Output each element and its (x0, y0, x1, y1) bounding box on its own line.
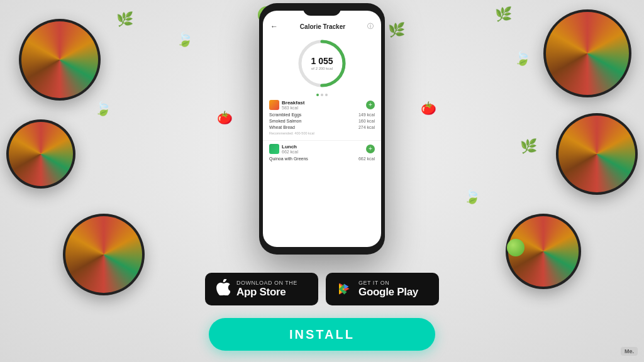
googleplay-button[interactable]: GET IT ON Google Play (326, 273, 439, 305)
tomato-1: 🍅 (217, 110, 233, 125)
food-bowl-mid-right (556, 113, 638, 195)
leaf-4: 🍃 (514, 50, 531, 67)
googleplay-text: GET IT ON Google Play (358, 280, 418, 299)
breakfast-name: Breakfast (282, 100, 304, 106)
back-arrow-icon: ← (270, 22, 278, 31)
appstore-text: Download on the App Store (236, 280, 297, 299)
phone-screen: ← Calorie Tracker ⓘ 1 055 of 2 200 kcal (263, 11, 381, 247)
calorie-ring: 1 055 of 2 200 kcal (297, 38, 347, 89)
dot-navigation (263, 94, 381, 96)
dot-3 (325, 94, 328, 96)
food-name-quinoa: Quinoa with Greens (269, 156, 308, 161)
appstore-button[interactable]: Download on the App Store (205, 273, 318, 305)
phone-frame: ← Calorie Tracker ⓘ 1 055 of 2 200 kcal (259, 3, 385, 255)
leaf-3: 🌿 (495, 6, 512, 23)
googleplay-main-label: Google Play (358, 286, 418, 299)
food-quinoa: Quinoa with Greens 662 kcal (269, 155, 375, 162)
leaf-8: 🌿 (388, 22, 405, 38)
breakfast-add-button[interactable]: + (366, 101, 375, 109)
appstore-top-label: Download on the (236, 280, 297, 286)
dot-2 (321, 94, 323, 96)
appstore-main-label: App Store (236, 286, 297, 299)
food-smoked-salmon: Smoked Salmon 160 kcal (269, 118, 375, 124)
watermark: Me. (621, 347, 638, 356)
food-kcal-smoked-salmon: 160 kcal (358, 119, 375, 123)
lunch-title-group: Lunch 662 kcal (269, 144, 298, 154)
lunch-icon (269, 144, 279, 154)
food-wheat-bread: Wheat Bread 274 kcal (269, 124, 375, 130)
leaf-7: 🍃 (464, 189, 480, 205)
food-name-smoked-salmon: Smoked Salmon (269, 119, 301, 123)
lunch-header: Lunch 662 kcal + (269, 144, 375, 154)
leaf-6: 🌿 (520, 138, 537, 155)
app-title: Calorie Tracker (300, 23, 345, 30)
breakfast-section: Breakfast 583 kcal + Scrambled Eggs 149 … (263, 99, 381, 138)
google-play-icon (337, 282, 352, 297)
phone-mockup: ← Calorie Tracker ⓘ 1 055 of 2 200 kcal (259, 3, 385, 255)
lunch-title-text: Lunch 662 kcal (282, 144, 298, 154)
food-name-scrambled-eggs: Scrambled Eggs (269, 112, 301, 117)
breakfast-icon (269, 100, 279, 110)
food-kcal-wheat-bread: 274 kcal (358, 125, 375, 129)
food-kcal-quinoa: 662 kcal (358, 156, 375, 161)
food-bowl-bottom-left (63, 214, 145, 295)
calorie-total: of 2 200 kcal (311, 67, 333, 70)
tomato-2: 🍅 (421, 101, 436, 116)
lunch-kcal: 662 kcal (282, 150, 298, 154)
lunch-name: Lunch (282, 144, 298, 150)
breakfast-kcal: 583 kcal (282, 106, 304, 110)
install-button[interactable]: INSTALL (209, 318, 435, 351)
food-kcal-scrambled-eggs: 149 kcal (358, 112, 375, 117)
lunch-add-button[interactable]: + (366, 145, 375, 153)
googleplay-top-label: GET IT ON (358, 280, 418, 286)
breakfast-title-group: Breakfast 583 kcal (269, 100, 304, 110)
food-scrambled-eggs: Scrambled Eggs 149 kcal (269, 111, 375, 118)
calorie-current: 1 055 (311, 57, 333, 65)
food-bowl-top-left (19, 19, 101, 101)
breakfast-title-text: Breakfast 583 kcal (282, 100, 304, 110)
leaf-5: 🍃 (94, 101, 111, 117)
breakfast-header: Breakfast 583 kcal + (269, 100, 375, 110)
lunch-section: Lunch 662 kcal + Quinoa with Greens 662 … (263, 143, 381, 163)
info-icon: ⓘ (367, 22, 374, 31)
apple-icon (216, 279, 230, 299)
food-bowl-top-right (543, 9, 631, 97)
lime-2 (507, 239, 525, 256)
leaf-1: 🌿 (116, 11, 133, 28)
dot-1 (316, 94, 319, 96)
meal-divider (263, 140, 381, 141)
recommended-text: Recommended: 400-500 kcal (269, 131, 375, 135)
calorie-ring-section: 1 055 of 2 200 kcal (263, 35, 381, 94)
leaf-2: 🍃 (176, 31, 193, 48)
phone-notch (303, 3, 341, 16)
store-buttons-container: Download on the App Store GET IT ON Goog… (190, 273, 454, 305)
food-name-wheat-bread: Wheat Bread (269, 125, 295, 129)
food-bowl-mid-left (6, 119, 75, 189)
calorie-text: 1 055 of 2 200 kcal (297, 38, 347, 89)
install-label: INSTALL (289, 327, 355, 342)
